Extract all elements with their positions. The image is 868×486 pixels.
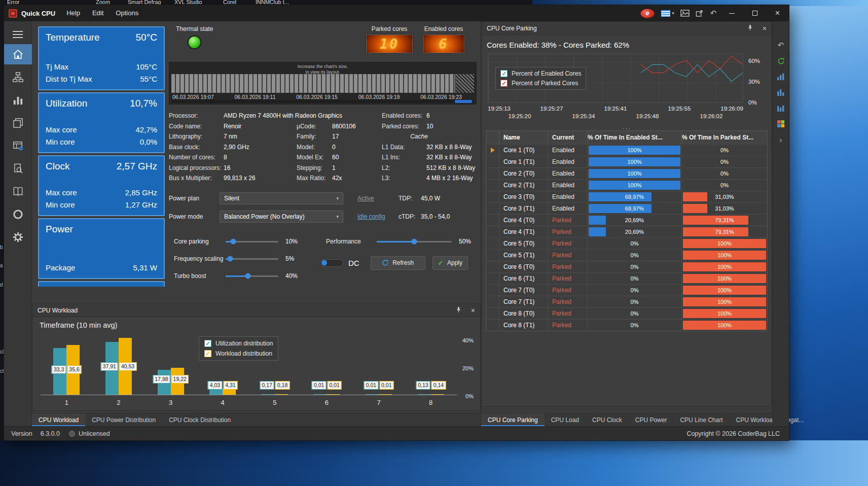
sidebar-item-system-analysis[interactable] (4, 158, 32, 179)
apply-button[interactable]: ✓ Apply (432, 256, 468, 270)
slider-track[interactable] (377, 241, 452, 242)
table-row[interactable]: Core 1 (T0)Enabled100%0% (486, 144, 767, 156)
menu-options[interactable]: Options (110, 5, 144, 21)
enabled-percent-text: 0% (588, 285, 681, 296)
bar-chart-icon[interactable] (777, 104, 785, 112)
tab-cpu-clock[interactable]: CPU Clock (586, 413, 629, 426)
checkbox-checked-icon[interactable]: ✓ (204, 340, 211, 347)
table-row[interactable]: Core 5 (T0)Parked0%100% (486, 237, 767, 249)
brand-icon[interactable]: e (640, 9, 655, 18)
menu-help[interactable]: Help (60, 5, 86, 21)
sidebar-item-settings[interactable] (4, 227, 32, 247)
theme-picker-icon[interactable]: ▾ (661, 5, 675, 21)
maximize-button[interactable] (743, 5, 766, 21)
column-header-parked[interactable]: % Of Time In Parked St... (682, 131, 767, 144)
sidebar-item-system-tree[interactable] (4, 67, 32, 87)
expand-chevron-icon[interactable]: › (780, 135, 782, 144)
table-row[interactable]: Core 6 (T1)Parked0%100% (486, 272, 767, 284)
sidebar-item-home[interactable] (4, 44, 32, 64)
column-header-current[interactable]: Current (548, 131, 588, 144)
undo-icon[interactable]: ↶ (778, 41, 784, 50)
tab-cpu-clock-distribution[interactable]: CPU Clock Distribution (162, 413, 237, 426)
tab-cpu-core-parking[interactable]: CPU Core Parking (481, 413, 545, 426)
tab-cpu-power[interactable]: CPU Power (629, 413, 674, 426)
menu-edit[interactable]: Edit (86, 5, 110, 21)
pin-icon[interactable] (747, 24, 753, 32)
table-row[interactable]: Core 1 (T1)Enabled100%0% (486, 156, 767, 167)
bar-chart-icon[interactable] (777, 88, 785, 96)
sidebar-item-about[interactable] (4, 204, 32, 224)
undo-icon[interactable]: ↶ (706, 5, 720, 21)
slider-thumb[interactable] (228, 256, 233, 262)
bar-group-7: 0,010,01 (353, 331, 405, 395)
dc-toggle[interactable] (320, 259, 343, 267)
tab-cpu-line-chart[interactable]: CPU Line Chart (673, 413, 729, 426)
slider-thumb[interactable] (230, 239, 236, 245)
close-icon[interactable]: × (471, 307, 475, 314)
checkbox-checked-icon[interactable]: ✓ (500, 70, 508, 77)
active-link[interactable]: Active (357, 195, 396, 202)
toggle-knob[interactable] (321, 260, 327, 266)
sidebar-item-system-settings[interactable] (4, 135, 32, 156)
power-mode-select[interactable]: Balanced Power (No Overlay) ▾ (220, 211, 343, 223)
table-row[interactable]: Core 3 (T1)Enabled68,97%31,03% (486, 202, 767, 214)
desktop-icon-label[interactable]: Error (7, 0, 19, 5)
export-icon[interactable] (692, 5, 706, 21)
desktop-icon-label[interactable]: Zoom (96, 0, 110, 5)
slider-track[interactable] (226, 241, 278, 242)
history-mini-chart[interactable]: Increase the chart's size,to view its la… (169, 62, 477, 105)
column-header-name[interactable]: Name (499, 131, 548, 144)
y-axis-label: 20% (462, 365, 474, 371)
checkbox-checked-icon[interactable]: ✓ (204, 350, 211, 357)
table-row[interactable]: Core 2 (T0)Enabled100%0% (486, 167, 767, 179)
table-row[interactable]: Core 2 (T1)Enabled100%0% (486, 179, 767, 191)
history-scrollbar-thumb[interactable] (455, 100, 472, 103)
column-header-enabled[interactable]: % Of Time In Enabled St... (588, 131, 682, 144)
table-row[interactable]: Core 3 (T0)Enabled68,97%31,03% (486, 191, 767, 202)
table-row[interactable]: Core 6 (T0)Parked0%100% (486, 261, 767, 272)
table-row[interactable]: Core 4 (T1)Parked20,69%79,31% (486, 226, 767, 237)
sidebar-item-core-parking[interactable] (4, 113, 32, 133)
close-icon[interactable]: × (763, 25, 767, 32)
sidebar-item-documentation[interactable] (4, 181, 32, 201)
refresh-button[interactable]: Refresh (371, 256, 425, 270)
pin-icon[interactable] (455, 306, 462, 315)
desktop-icon-label[interactable]: Smart Defrag (128, 0, 161, 5)
desktop-icon-label[interactable]: INNMClub t... (256, 0, 289, 5)
table-row[interactable]: Core 8 (T1)Parked0%100% (486, 319, 767, 331)
tab-cpu-workload-delegat[interactable]: CPU Workload Delegat... (730, 413, 811, 426)
parked-percent-text: 100% (682, 238, 767, 249)
hamburger-menu-icon[interactable] (4, 27, 32, 42)
refresh-icon[interactable] (777, 57, 785, 65)
tab-cpu-load[interactable]: CPU Load (545, 413, 586, 426)
table-row[interactable]: Core 7 (T1)Parked0%100% (486, 296, 767, 307)
tab-cpu-workload[interactable]: CPU Workload (32, 413, 85, 426)
close-button[interactable]: × (766, 5, 789, 21)
slider-track[interactable] (226, 258, 278, 260)
desktop-icon-label[interactable]: XVL Studio (174, 0, 202, 5)
color-grid-icon[interactable] (777, 120, 785, 128)
panel-splitter[interactable]: ... (482, 123, 772, 130)
bar-chart-icon[interactable] (777, 73, 785, 81)
table-row[interactable]: Core 8 (T0)Parked0%100% (486, 307, 767, 319)
idle-config-link[interactable]: Idle config (357, 213, 396, 220)
table-row[interactable]: Core 5 (T1)Parked0%100% (486, 249, 767, 261)
sidebar-item-performance[interactable] (4, 90, 32, 110)
desktop-icon-label[interactable]: Corel (223, 0, 236, 5)
y-axis-label: 60% (748, 58, 760, 64)
screenshot-icon[interactable] (678, 5, 692, 21)
history-scrollbar[interactable] (171, 100, 474, 103)
main-content: Temperature50°CTj Max105°CDist to Tj Max… (4, 21, 789, 426)
control-row: DC Refresh ✓ Apply (320, 256, 479, 270)
table-row[interactable]: Core 4 (T0)Parked20,69%79,31% (486, 214, 767, 226)
bar-value-label: 0,01 (379, 381, 393, 390)
power-plan-select[interactable]: Silent ▾ (220, 192, 343, 204)
slider-thumb[interactable] (245, 273, 250, 279)
table-row[interactable]: Core 7 (T0)Parked0%100% (486, 284, 767, 296)
cache-header: Cache (382, 131, 477, 142)
slider-thumb[interactable] (412, 239, 417, 245)
slider-track[interactable] (226, 275, 278, 277)
minimize-button[interactable] (720, 5, 743, 21)
tab-cpu-power-distribution[interactable]: CPU Power Distribution (85, 413, 162, 426)
checkbox-checked-icon[interactable]: ✓ (500, 80, 508, 87)
